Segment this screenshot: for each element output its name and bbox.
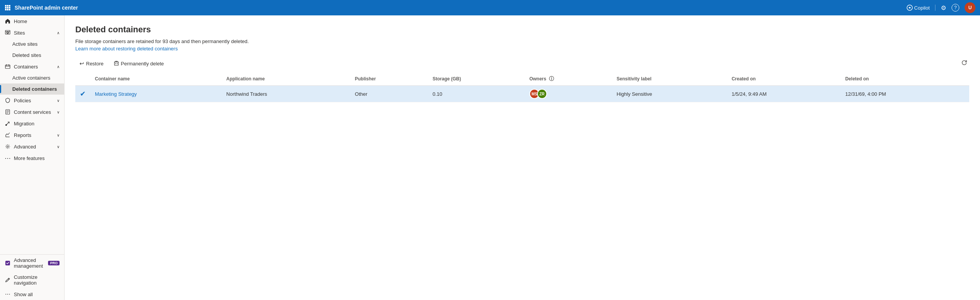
svg-rect-17 <box>114 62 118 65</box>
svg-rect-5 <box>9 7 10 8</box>
reports-icon <box>5 132 11 138</box>
pro-badge: PRO <box>48 261 60 265</box>
copilot-button[interactable]: Copilot <box>907 5 935 11</box>
sidebar-label-deleted-containers: Deleted containers <box>12 86 57 92</box>
sidebar-label-reports: Reports <box>14 132 32 138</box>
sidebar-item-reports[interactable]: Reports ∨ <box>0 129 64 141</box>
sidebar-label-deleted-sites: Deleted sites <box>12 52 41 58</box>
settings-icon[interactable]: ⚙ <box>941 4 946 12</box>
svg-rect-0 <box>5 5 7 7</box>
topbar-right: Copilot ⚙ ? U <box>907 2 975 13</box>
chevron-content-services: ∨ <box>57 110 60 114</box>
sidebar-item-deleted-containers[interactable]: Deleted containers <box>0 83 64 95</box>
chevron-policies: ∨ <box>57 98 60 103</box>
svg-rect-1 <box>7 5 8 7</box>
svg-rect-12 <box>5 65 10 68</box>
containers-icon <box>5 63 11 70</box>
sidebar-label-sites: Sites <box>14 30 25 36</box>
home-icon <box>5 18 11 24</box>
table-container: Container name Application name Publishe… <box>75 72 969 102</box>
svg-rect-2 <box>9 5 10 7</box>
show-all-icon: ⋯ <box>5 291 11 297</box>
chevron-reports: ∨ <box>57 133 60 137</box>
apps-icon[interactable] <box>5 5 11 11</box>
help-icon[interactable]: ? <box>952 4 959 12</box>
col-storage[interactable]: Storage (GB) <box>428 72 525 86</box>
svg-point-14 <box>6 125 7 126</box>
row-checkbox[interactable]: ✔ <box>75 86 90 102</box>
sidebar-label-policies: Policies <box>14 98 31 103</box>
policies-icon <box>5 97 11 103</box>
sidebar-item-active-containers[interactable]: Active containers <box>0 72 64 83</box>
sidebar-item-content-services[interactable]: Content services ∨ <box>0 106 64 118</box>
toolbar: ↩ Restore Permanently delete <box>75 58 969 69</box>
more-features-icon: ⋯ <box>5 155 11 161</box>
col-application-name[interactable]: Application name <box>222 72 350 86</box>
app-title: SharePoint admin center <box>15 5 903 11</box>
page-title: Deleted containers <box>75 25 969 35</box>
cell-publisher: Other <box>350 86 428 102</box>
col-container-name[interactable]: Container name <box>90 72 222 86</box>
cell-owners: MSZR <box>525 86 612 102</box>
sidebar-label-show-all: Show all <box>14 292 33 297</box>
sidebar-item-show-all[interactable]: ⋯ Show all <box>0 288 64 300</box>
svg-rect-7 <box>7 9 8 10</box>
sidebar-item-deleted-sites[interactable]: Deleted sites <box>0 50 64 61</box>
containers-table: Container name Application name Publishe… <box>75 72 969 102</box>
sidebar-item-migration[interactable]: Migration <box>0 118 64 129</box>
sidebar-label-customize-navigation: Customize navigation <box>14 274 60 286</box>
sidebar-item-policies[interactable]: Policies ∨ <box>0 95 64 106</box>
sidebar-label-migration: Migration <box>14 121 34 127</box>
sidebar-label-advanced-management: Advanced management <box>14 257 45 269</box>
cell-created-on: 1/5/24, 9:49 AM <box>727 86 841 102</box>
sites-icon <box>5 30 11 36</box>
table-header-row: Container name Application name Publishe… <box>75 72 969 86</box>
sidebar-label-containers: Containers <box>14 64 38 70</box>
migration-icon <box>5 120 11 127</box>
cell-application-name: Northwind Traders <box>222 86 350 102</box>
sidebar-label-content-services: Content services <box>14 109 51 115</box>
svg-rect-3 <box>5 7 7 8</box>
sidebar-item-advanced[interactable]: Advanced ∨ <box>0 141 64 152</box>
topbar: SharePoint admin center Copilot ⚙ ? U <box>0 0 980 15</box>
cell-deleted-on: 12/31/69, 4:00 PM <box>841 86 969 102</box>
avatar[interactable]: U <box>965 2 975 13</box>
cell-sensitivity-label: Highly Sensitive <box>612 86 727 102</box>
checked-icon: ✔ <box>80 90 86 98</box>
chevron-advanced: ∨ <box>57 145 60 149</box>
main-content: Deleted containers File storage containe… <box>65 15 980 300</box>
sidebar-label-active-containers: Active containers <box>12 75 50 81</box>
sidebar-label-advanced: Advanced <box>14 144 36 150</box>
sidebar-item-containers[interactable]: Containers ∧ <box>0 61 64 72</box>
col-owners[interactable]: Owners ⓘ <box>525 72 612 86</box>
cell-storage: 0.10 <box>428 86 525 102</box>
sidebar-item-advanced-management[interactable]: Advanced management PRO <box>0 255 64 272</box>
chevron-sites: ∧ <box>57 31 60 35</box>
restore-icon: ↩ <box>80 60 84 67</box>
sidebar-item-label: Home <box>14 18 27 24</box>
col-created-on[interactable]: Created on <box>727 72 841 86</box>
sidebar-item-active-sites[interactable]: Active sites <box>0 38 64 50</box>
sidebar-item-customize-navigation[interactable]: Customize navigation <box>0 272 64 288</box>
sidebar-item-sites[interactable]: Sites ∧ <box>0 27 64 38</box>
sidebar-item-home[interactable]: Home <box>0 15 64 27</box>
col-publisher[interactable]: Publisher <box>350 72 428 86</box>
svg-point-15 <box>7 146 8 147</box>
refresh-button[interactable] <box>959 58 969 69</box>
advanced-icon <box>5 143 11 150</box>
sidebar-label-more-features: More features <box>14 155 45 161</box>
learn-more-link[interactable]: Learn more about restoring deleted conta… <box>75 46 178 52</box>
cell-container-name: Marketing Strategy <box>90 86 222 102</box>
col-sensitivity-label[interactable]: Sensitivity label <box>612 72 727 86</box>
svg-rect-4 <box>7 7 8 8</box>
svg-rect-6 <box>5 9 7 10</box>
owners-info-icon[interactable]: ⓘ <box>549 76 554 82</box>
permanently-delete-button[interactable]: Permanently delete <box>109 58 168 69</box>
table-row[interactable]: ✔Marketing StrategyNorthwind TradersOthe… <box>75 86 969 102</box>
restore-button[interactable]: ↩ Restore <box>75 58 108 69</box>
sidebar: Home Sites ∧ Active sites Deleted sites … <box>0 15 65 300</box>
sidebar-item-more-features[interactable]: ⋯ More features <box>0 152 64 164</box>
owner-avatar[interactable]: ZR <box>537 89 547 99</box>
container-name-link[interactable]: Marketing Strategy <box>95 91 137 97</box>
col-deleted-on[interactable]: Deleted on <box>841 72 969 86</box>
